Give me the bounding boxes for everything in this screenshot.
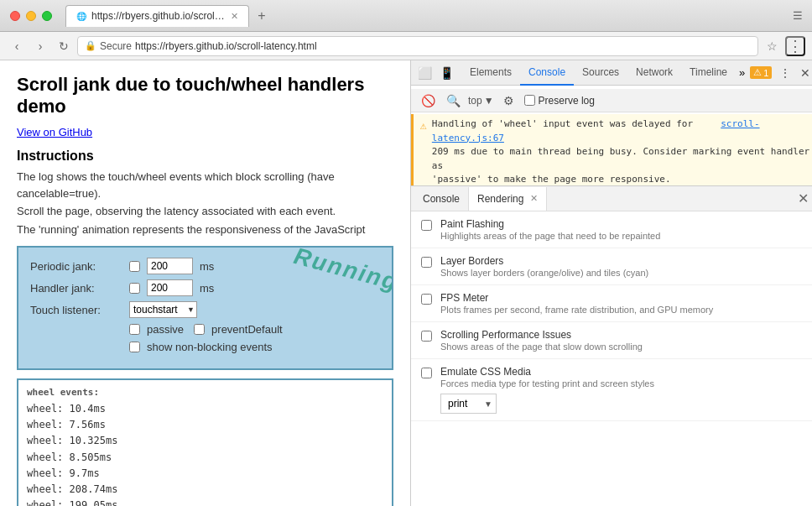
rendering-tab-end: ✕ bbox=[791, 190, 812, 206]
menu-button[interactable]: ⋮ bbox=[785, 36, 805, 56]
rendering-rendering-tab[interactable]: Rendering ✕ bbox=[469, 187, 547, 211]
context-dropdown-arrow: ▼ bbox=[484, 95, 494, 107]
main-container: Scroll jank due to touch/wheel handlers … bbox=[0, 60, 812, 506]
console-clear-icon[interactable]: 🚫 bbox=[418, 91, 438, 111]
secure-icon: 🔒 bbox=[85, 40, 96, 51]
show-nonblocking-checkbox[interactable] bbox=[129, 342, 140, 352]
emulate-css-content: Emulate CSS Media Forces media type for … bbox=[440, 366, 654, 414]
layer-borders-checkbox[interactable] bbox=[421, 257, 432, 268]
event-line-3: wheel: 10.325ms bbox=[27, 433, 383, 449]
address-bar[interactable]: 🔒 Secure https://rbyers.github.io/scroll… bbox=[77, 36, 758, 56]
rendering-option-layer: Layer Borders Shows layer borders (orang… bbox=[411, 248, 812, 285]
touch-listener-select-wrap: touchstart touchmove none ▼ bbox=[129, 301, 197, 318]
rendering-option-scroll: Scrolling Performance Issues Shows areas… bbox=[411, 322, 812, 359]
window-controls: ☰ bbox=[792, 10, 804, 22]
reload-button[interactable]: ↻ bbox=[54, 36, 74, 56]
events-box: wheel events: wheel: 10.4ms wheel: 7.56m… bbox=[17, 378, 393, 506]
rendering-tab-close-icon[interactable]: ✕ bbox=[530, 193, 538, 204]
rendering-options-area: Paint Flashing Highlights areas of the p… bbox=[411, 211, 812, 506]
instruction-3: The 'running' animation represents the r… bbox=[17, 222, 393, 238]
instructions-heading: Instructions bbox=[17, 149, 393, 164]
console-context-btn[interactable]: top ▼ bbox=[468, 95, 494, 107]
event-line-2: wheel: 7.56ms bbox=[27, 417, 383, 433]
back-button[interactable]: ‹ bbox=[7, 36, 27, 56]
tab-sources[interactable]: Sources bbox=[574, 60, 627, 86]
rendering-close-btn[interactable]: ✕ bbox=[791, 190, 812, 206]
passive-checkbox[interactable] bbox=[129, 324, 140, 335]
touch-listener-select[interactable]: touchstart touchmove none bbox=[129, 301, 197, 318]
demo-box: Periodic jank: ms Handler jank: ms Touch… bbox=[17, 246, 393, 370]
preserve-log-checkbox[interactable] bbox=[524, 95, 535, 106]
emulate-css-select-wrap: print screen none ▼ bbox=[440, 394, 497, 414]
layer-borders-content: Layer Borders Shows layer borders (orang… bbox=[440, 255, 648, 278]
settings-icon[interactable]: ⋮ bbox=[775, 63, 795, 83]
emulate-css-checkbox[interactable] bbox=[421, 368, 432, 378]
warning-badge: ⚠ 1 bbox=[750, 66, 772, 79]
paint-flashing-desc: Highlights areas of the page that need t… bbox=[440, 231, 660, 241]
tab-console[interactable]: Console bbox=[520, 60, 574, 86]
forward-button[interactable]: › bbox=[30, 36, 50, 56]
paint-flashing-content: Paint Flashing Highlights areas of the p… bbox=[440, 218, 660, 241]
more-tabs-btn[interactable]: » bbox=[739, 66, 745, 79]
layer-borders-desc: Shows layer borders (orange/olive) and t… bbox=[440, 268, 648, 278]
close-button[interactable] bbox=[10, 11, 20, 21]
scrolling-perf-content: Scrolling Performance Issues Shows areas… bbox=[440, 329, 643, 352]
page-title: Scroll jank due to touch/wheel handlers … bbox=[17, 74, 393, 117]
secure-label: Secure bbox=[100, 40, 132, 52]
browser-tab[interactable]: 🌐 https://rbyers.github.io/scroll-... ✕ bbox=[65, 5, 249, 27]
rendering-console-tab[interactable]: Console bbox=[414, 187, 469, 211]
passive-label: passive bbox=[147, 323, 184, 336]
tab-label: https://rbyers.github.io/scroll-... bbox=[91, 10, 226, 22]
maximize-button[interactable] bbox=[42, 11, 52, 21]
instruction-1: The log shows the touch/wheel events whi… bbox=[17, 169, 393, 201]
paint-flashing-checkbox[interactable] bbox=[421, 220, 432, 231]
fps-meter-content: FPS Meter Plots frames per second, frame… bbox=[440, 292, 713, 315]
periodic-jank-checkbox[interactable] bbox=[129, 261, 140, 272]
handler-jank-checkbox[interactable] bbox=[129, 283, 140, 294]
minimize-button[interactable] bbox=[26, 11, 36, 21]
fps-meter-title: FPS Meter bbox=[440, 292, 713, 304]
tab-elements[interactable]: Elements bbox=[461, 60, 520, 86]
handler-jank-unit: ms bbox=[200, 282, 214, 295]
periodic-jank-input[interactable] bbox=[147, 258, 193, 274]
github-link[interactable]: View on GitHub bbox=[17, 126, 393, 138]
url-display: https://rbyers.github.io/scroll-latency.… bbox=[135, 40, 317, 52]
fps-meter-desc: Plots frames per second, frame rate dist… bbox=[440, 305, 713, 315]
new-tab-button[interactable]: + bbox=[252, 7, 271, 25]
tab-timeline[interactable]: Timeline bbox=[681, 60, 736, 86]
warning-triangle-icon: ⚠ bbox=[420, 117, 427, 134]
console-source-link[interactable]: scroll-latency.js:67 bbox=[432, 118, 760, 143]
devtools-tabs: ⬜ 📱 Elements Console Sources Network Tim… bbox=[411, 60, 812, 86]
console-message-text: Handling of 'wheel' input event was dela… bbox=[432, 117, 812, 186]
scrolling-perf-checkbox[interactable] bbox=[421, 331, 432, 342]
emulate-css-desc: Forces media type for testing print and … bbox=[440, 378, 654, 389]
prevent-default-checkbox[interactable] bbox=[194, 324, 205, 335]
close-devtools-icon[interactable]: ✕ bbox=[795, 63, 812, 83]
emulate-css-select-row: print screen none ▼ bbox=[440, 394, 654, 414]
console-settings-icon[interactable]: ⚙ bbox=[499, 91, 519, 111]
event-line-1: wheel: 10.4ms bbox=[27, 401, 383, 417]
tab-network[interactable]: Network bbox=[627, 60, 681, 86]
console-filter-icon[interactable]: 🔍 bbox=[443, 91, 463, 111]
github-link-anchor[interactable]: View on GitHub bbox=[17, 126, 92, 138]
inspect-icon[interactable]: ⬜ bbox=[414, 63, 435, 83]
fps-meter-checkbox[interactable] bbox=[421, 294, 432, 305]
tab-bar: 🌐 https://rbyers.github.io/scroll-... ✕ … bbox=[65, 5, 271, 27]
bookmark-button[interactable]: ☆ bbox=[762, 36, 782, 56]
device-icon[interactable]: 📱 bbox=[436, 63, 456, 83]
show-nonblocking-label: show non-blocking events bbox=[147, 341, 273, 353]
passive-row: passive preventDefault bbox=[30, 323, 380, 336]
touch-listener-label: Touch listener: bbox=[30, 304, 122, 316]
scrolling-perf-desc: Shows areas of the page that slow down s… bbox=[440, 342, 643, 352]
tab-favicon: 🌐 bbox=[76, 12, 86, 21]
handler-jank-input[interactable] bbox=[147, 279, 193, 296]
periodic-jank-label: Periodic jank: bbox=[30, 260, 122, 273]
emulate-css-select[interactable]: print screen none bbox=[440, 394, 497, 414]
rendering-option-css: Emulate CSS Media Forces media type for … bbox=[411, 359, 812, 421]
nav-bar: ‹ › ↻ 🔒 Secure https://rbyers.github.io/… bbox=[0, 32, 812, 60]
menu-icon[interactable]: ☰ bbox=[792, 10, 804, 22]
show-nonblocking-row: show non-blocking events bbox=[30, 341, 380, 353]
preserve-log-label[interactable]: Preserve log bbox=[524, 95, 595, 107]
tab-close-button[interactable]: ✕ bbox=[231, 11, 238, 22]
event-line-7: wheel: 199.05ms bbox=[27, 498, 383, 506]
